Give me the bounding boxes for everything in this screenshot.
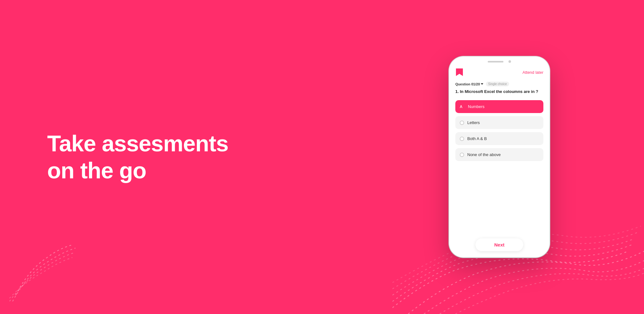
option-a-letter: A [460,105,465,109]
option-c[interactable]: Both A & B [455,132,543,145]
question-type-badge: Single choice [486,82,509,86]
option-b-label: Letters [467,120,480,125]
option-c-radio [460,137,464,141]
phone-header: Attend later [455,65,543,82]
phone-top-bar [449,57,550,65]
option-d-radio [460,153,464,157]
option-d[interactable]: None of the above [455,148,543,161]
phone-camera [508,60,511,63]
dots-pattern-left [9,239,85,301]
option-b[interactable]: Letters [455,116,543,129]
options-list: A Numbers Letters Both A & B None of the… [455,100,543,233]
hero-text: Take assesments on the go [47,130,228,184]
phone-content: Attend later Question 01/20 Single choic… [449,65,550,257]
option-b-radio [460,121,464,125]
option-d-label: None of the above [467,152,501,157]
hero-line1: Take assesments [47,131,228,156]
attend-later-button[interactable]: Attend later [523,70,544,75]
hero-line2: on the go [47,158,146,183]
option-c-label: Both A & B [467,136,487,141]
hero-section: Take assesments on the go [47,130,228,184]
question-text: 1. In Microsoft Excel the coloumns are i… [455,89,543,95]
next-button[interactable]: Next [475,238,524,251]
question-number-label: Question 01/20 [455,82,483,86]
phone-frame: Attend later Question 01/20 Single choic… [449,57,550,257]
option-a[interactable]: A Numbers [455,100,543,113]
phone-mockup: Attend later Question 01/20 Single choic… [449,57,550,257]
phone-speaker [488,61,503,62]
chevron-down-icon [481,83,483,85]
question-meta: Question 01/20 Single choice [455,82,543,86]
option-a-label: Numbers [468,104,485,109]
next-button-area: Next [455,233,543,251]
app-logo-icon [455,68,464,77]
